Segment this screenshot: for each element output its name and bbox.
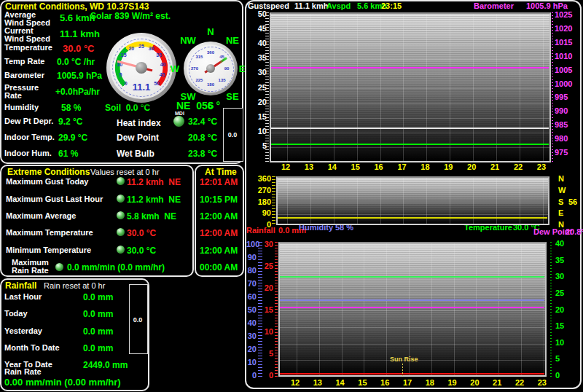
gust-baro-chart-ytick: 35 [246, 54, 267, 62]
at-time-value: 00:00 AM [200, 263, 238, 272]
cur-wind-label: Current Wind Speed [4, 27, 50, 43]
wind-gauge-tick-label: 0 [125, 81, 128, 86]
temp-hum-rain-chart-axis-ticks [258, 242, 262, 377]
compass-direction-label-nw: NW [180, 36, 196, 45]
indoor-hum-label: Indoor Hum. [4, 149, 52, 157]
extreme-row-label: Maximum Rain Rate [12, 259, 49, 275]
indoor-temp-label: Indoor Temp. [4, 133, 55, 141]
gust-baro-chart-xtick: 16 [374, 163, 383, 171]
temp-hum-rain-chart-ytick: 10 [555, 339, 577, 347]
temp-rate-value: 0.0 °C /hr [57, 58, 95, 66]
rainfall-row-value: 2449.0 mm [83, 361, 128, 369]
weather-display-dashboard: Current Conditions, WD 10.37S143 Average… [0, 0, 583, 392]
temp-hum-rain-chart-xtick: 22 [515, 379, 524, 387]
extreme-row-value: 5.8 kmh NE [127, 212, 176, 221]
extreme-row-value: 0.0 mm/min (0.0 mm/hr) [67, 263, 165, 272]
charts-panel: Gustspeed 11.1 kmh Avspd 5.6 kmh 23:15 B… [245, 0, 582, 389]
rain-bar-gauge: 0.0 [129, 284, 148, 354]
gust-baro-chart-ytick: 50 [246, 10, 267, 18]
gust-baro-chart-ytick: 45 [246, 25, 267, 33]
wind-gauge-tick-label: 25 [138, 44, 144, 49]
temp-hum-rain-chart-xtick: 12 [291, 379, 300, 387]
gust-baro-chart-ytick: 980 [555, 135, 583, 143]
temp-hum-rain-chart-ytick: 15 [555, 322, 577, 330]
wind-direction-chart-axis-ticks [272, 176, 275, 225]
wind-gauge-tick-label: 50 [154, 81, 160, 86]
compass-degree-label: 90 [224, 66, 230, 71]
gust-baro-chart-axis-ticks [265, 12, 269, 162]
at-time-value: 12:00 AM [200, 229, 238, 238]
solar-bar-gauge: 0.0 [223, 108, 243, 162]
gust-baro-chart-ytick: 995 [555, 93, 583, 101]
at-time-value: 10:15 PM [200, 195, 238, 204]
status-led-icon [55, 263, 63, 271]
gust-baro-chart-ytick: 1020 [555, 25, 583, 33]
temp-hum-rain-chart-xtick: 23 [538, 379, 547, 387]
rain-bar-gauge-value: 0.0 [130, 317, 146, 324]
rainfall-panel: Rainfall Rain reset at 0 hr Rain Rate 0.… [0, 278, 149, 391]
wet-bulb-value: 23.8 °C [188, 149, 217, 158]
wind-direction-chart-series-wind_direction [278, 217, 547, 219]
temp-hum-rain-chart-ytick: 30 [246, 332, 257, 340]
barometer-value: 1005.9 hPa [57, 71, 102, 80]
gust-baro-chart-ytick: 30 [246, 68, 267, 77]
temp-hum-rain-chart-ytick: 100 [246, 240, 257, 248]
sunrise-marker-line [402, 364, 403, 376]
temp-hum-rain-chart-xtick: 15 [358, 379, 367, 387]
at-time-value: 12:00 AM [200, 212, 238, 221]
temp-hum-rain-chart-ytick: 50 [246, 306, 257, 314]
wind-gauge-tick-label: 45 [160, 72, 165, 77]
compass-degree-label: 315 [195, 55, 203, 59]
rainfall-row-label: Month To Date [4, 344, 60, 352]
extreme-conditions-panel: Extreme Conditions Values reset at 0 hr … [0, 165, 194, 277]
gust-baro-chart-ytick: 25 [246, 84, 267, 92]
gust-baro-chart-xtick: 15 [351, 163, 360, 171]
temp-hum-rain-chart-ytick: 25 [555, 289, 577, 297]
gust-baro-chart-plot[interactable] [270, 12, 551, 162]
compass-degree-label: 135 [219, 78, 226, 82]
rainfall-row-value: 0.0 mm [83, 327, 113, 336]
humidity-label: Humidity [4, 103, 39, 111]
humidity-value: 58 % [61, 103, 81, 112]
gust-baro-chart-ytick: 1010 [555, 52, 583, 60]
temp-hum-rain-chart-ytick: 30 [555, 273, 577, 281]
current-conditions-panel: Current Conditions, WD 10.37S143 Average… [0, 0, 243, 164]
temp-hum-rain-chart-ytick: 40 [555, 240, 577, 248]
at-time-panel: At Time 12:01 AM10:15 PM12:00 AM12:00 AM… [195, 165, 244, 277]
rainfall-row-value: 0.0 mm [83, 344, 113, 353]
wind-direction-compass: 4590135180225270315360 [184, 42, 238, 95]
rainfall-row-label: Year To Date [4, 361, 52, 369]
sunrise-annotation: Sun Rise [390, 356, 418, 363]
extreme-conditions-note: Values reset at 0 hr [90, 168, 160, 176]
gust-baro-chart-ytick: 20 [246, 98, 267, 106]
wind-gauge-tick-label: 5 [120, 72, 122, 77]
temp-hum-rain-chart-series-humidity [280, 299, 544, 301]
extreme-row-label: Maximum Average [6, 212, 76, 220]
rainfall-row-label: Today [4, 310, 28, 318]
compass-degree-label: 225 [195, 78, 203, 82]
pressure-rate-value: +0.0hPa/hr [55, 87, 100, 96]
rain-rate-value: 0.00 mm/min (0.00 mm/hr) [4, 377, 121, 387]
gust-baro-chart-axis-ticks [552, 12, 553, 162]
compass-direction-label-n: N [207, 27, 214, 36]
gust-baro-chart-ytick: 1005 [555, 66, 583, 74]
temp-hum-rain-chart-ytick: 35 [555, 256, 577, 264]
wind-gauge-readout: 11.1 [106, 82, 176, 92]
temp-hum-rain-chart-xtick: 18 [426, 379, 434, 387]
gust-baro-chart-xtick: 21 [490, 163, 499, 171]
wind-direction-chart-ytick: 0 [251, 221, 271, 229]
temp-hum-rain-chart-ytick: 0 [555, 372, 577, 380]
avg-wind-label: Average Wind Speed [4, 11, 50, 27]
temp-hum-rain-chart-xtick: 16 [380, 379, 389, 387]
extreme-row-value: 30.0 °C [127, 229, 156, 238]
gust-baro-chart-xtick: 14 [328, 163, 337, 171]
rainfall-row-value: 0.0 mm [83, 293, 113, 302]
extreme-row-label: Maximum Gust Today [6, 178, 88, 186]
compass-direction-label-se: SE [226, 92, 238, 101]
avspd-header-label: Avspd [326, 2, 351, 10]
compass-degree-label: 360 [207, 50, 214, 55]
at-time-value: 12:00 AM [200, 246, 238, 255]
wind-gauge-tick-label: 20 [128, 46, 134, 51]
wind-gauge-tick-label: 40 [160, 62, 166, 67]
indoor-hum-value: 61 % [58, 149, 78, 158]
